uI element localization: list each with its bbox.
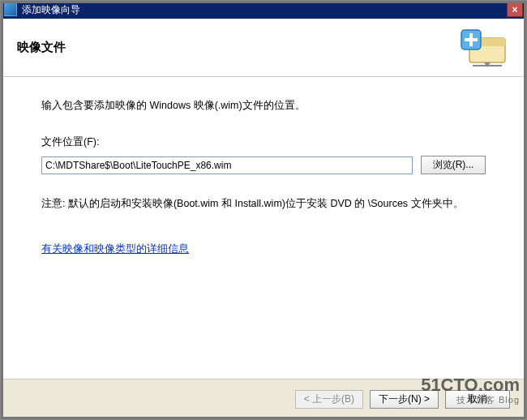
wizard-add-image-icon <box>460 27 510 69</box>
titlebar: 添加映像向导 × <box>1 1 526 19</box>
cancel-button[interactable]: 取消 <box>445 390 510 409</box>
wizard-footer: < 上一步(B) 下一步(N) > 取消 <box>1 379 526 419</box>
page-title: 映像文件 <box>17 40 66 55</box>
svg-rect-4 <box>465 38 478 41</box>
browse-button[interactable]: 浏览(R)... <box>421 156 486 174</box>
wizard-content: 输入包含要添加映像的 Windows 映像(.wim)文件的位置。 文件位置(F… <box>1 77 526 267</box>
close-button[interactable]: × <box>507 2 523 17</box>
wizard-header: 映像文件 <box>1 19 526 77</box>
file-location-label: 文件位置(F): <box>41 133 486 152</box>
note-text: 注意: 默认的启动和安装映像(Boot.wim 和 Install.wim)位于… <box>41 195 486 212</box>
file-location-input[interactable] <box>41 156 413 174</box>
app-icon <box>4 3 17 16</box>
more-info-link[interactable]: 有关映像和映像类型的详细信息 <box>41 240 189 259</box>
instruction-text: 输入包含要添加映像的 Windows 映像(.wim)文件的位置。 <box>41 96 486 115</box>
window-title: 添加映像向导 <box>22 3 507 17</box>
file-location-row: 浏览(R)... <box>41 156 486 174</box>
next-button[interactable]: 下一步(N) > <box>370 390 439 409</box>
close-icon: × <box>512 4 517 15</box>
back-button: < 上一步(B) <box>295 390 363 409</box>
